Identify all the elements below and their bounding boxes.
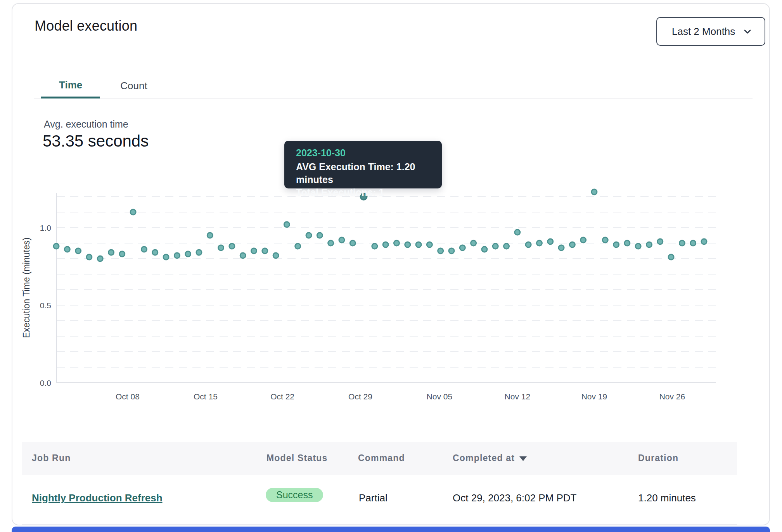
sort-desc-icon[interactable] [519, 453, 527, 463]
col-header-command[interactable]: Command [358, 453, 405, 463]
date-range-label: Last 2 Months [672, 26, 735, 38]
svg-text:Oct 22: Oct 22 [270, 392, 294, 401]
job-run-link[interactable]: Nightly Production Refresh [32, 492, 163, 504]
table-header-row: Job Run Model Status Command Completed a… [22, 442, 737, 475]
col-header-model-status[interactable]: Model Status [266, 453, 328, 463]
scatter-chart[interactable]: 0.00.51.0Oct 08Oct 15Oct 22Oct 29Nov 05N… [22, 185, 760, 408]
svg-text:Nov 12: Nov 12 [505, 392, 531, 401]
svg-text:0.5: 0.5 [40, 301, 51, 310]
page-title: Model execution [35, 18, 137, 34]
svg-text:Oct 29: Oct 29 [348, 392, 372, 401]
col-header-duration[interactable]: Duration [638, 453, 678, 463]
duration-cell: 1.20 minutes [638, 492, 696, 504]
tooltip-date: 2023-10-30 [296, 147, 442, 159]
command-cell: Partial [359, 492, 388, 504]
avg-execution-time-label: Avg. execution time [44, 119, 128, 130]
col-header-job-run[interactable]: Job Run [32, 453, 71, 463]
svg-text:Oct 15: Oct 15 [194, 392, 218, 401]
avg-execution-time-value: 53.35 seconds [43, 132, 149, 150]
chart-tooltip: 2023-10-30 AVG Execution Time: 1.20 minu… [284, 141, 442, 188]
tab-bar: Time Count [34, 74, 753, 98]
col-header-completed-at[interactable]: Completed at [453, 453, 527, 463]
svg-text:Execution Time (minutes): Execution Time (minutes) [22, 237, 31, 338]
tab-count[interactable]: Count [119, 74, 148, 98]
date-range-dropdown[interactable]: Last 2 Months [656, 17, 765, 46]
svg-text:Nov 05: Nov 05 [427, 392, 453, 401]
tab-time[interactable]: Time [41, 74, 100, 98]
completed-at-cell: Oct 29, 2023, 6:02 PM PDT [453, 492, 576, 504]
svg-text:Oct 08: Oct 08 [116, 392, 140, 401]
tooltip-total-line: Total Executions: 1 [296, 186, 442, 199]
svg-text:1.0: 1.0 [40, 223, 51, 232]
svg-text:0.0: 0.0 [40, 378, 51, 387]
tooltip-avg-line: AVG Execution Time: 1.20 minutes [296, 161, 442, 186]
svg-text:Nov 19: Nov 19 [581, 392, 607, 401]
bottom-blue-bar [12, 527, 770, 532]
chevron-down-icon [742, 26, 753, 37]
status-badge: Success [266, 488, 323, 502]
table-row: Nightly Production Refresh Success Parti… [22, 475, 737, 525]
svg-text:Nov 26: Nov 26 [659, 392, 685, 401]
